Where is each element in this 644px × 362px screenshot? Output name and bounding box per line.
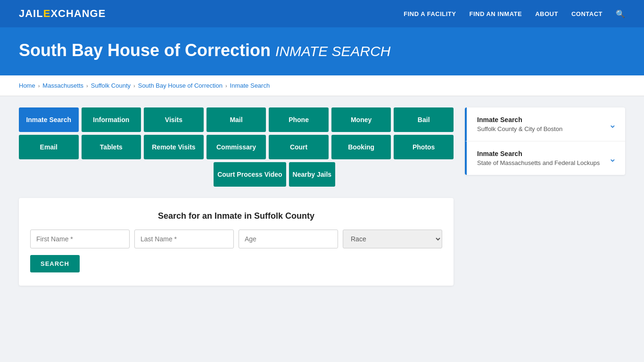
facility-name: South Bay House of Correction	[19, 41, 271, 60]
age-input[interactable]	[239, 230, 338, 248]
main-content: Inmate Search Information Visits Mail Ph…	[0, 96, 644, 297]
btn-booking[interactable]: Booking	[331, 135, 391, 159]
btn-court[interactable]: Court	[269, 135, 329, 159]
sidebar-state-title: Inmate Search	[477, 150, 600, 157]
btn-mail[interactable]: Mail	[206, 107, 266, 132]
breadcrumb-home[interactable]: Home	[19, 82, 35, 89]
btn-remote-visits[interactable]: Remote Visits	[144, 135, 204, 159]
breadcrumb: Home › Massachusetts › Suffolk County › …	[0, 75, 644, 96]
logo[interactable]: JAILEXCHANGE	[19, 8, 106, 20]
search-title: Search for an Inmate in Suffolk County	[30, 211, 442, 221]
breadcrumb-current: Inmate Search	[230, 82, 270, 89]
btn-information[interactable]: Information	[82, 107, 141, 132]
btn-tablets[interactable]: Tablets	[82, 135, 141, 159]
btn-inmate-search[interactable]: Inmate Search	[19, 107, 79, 132]
search-button[interactable]: SEARCH	[30, 255, 80, 272]
sidebar-suffolk-subtitle: Suffolk County & City of Boston	[477, 125, 562, 132]
btn-nearby-jails[interactable]: Nearby Jails	[289, 162, 336, 187]
sidebar-card: Inmate Search Suffolk County & City of B…	[465, 107, 625, 175]
search-inputs: Race White Black Hispanic Asian Other	[30, 230, 442, 248]
sidebar-item-suffolk[interactable]: Inmate Search Suffolk County & City of B…	[465, 107, 625, 141]
breadcrumb-chevron-3: ›	[133, 83, 135, 89]
btn-visits[interactable]: Visits	[144, 107, 204, 132]
btn-money[interactable]: Money	[331, 107, 391, 132]
search-box: Search for an Inmate in Suffolk County R…	[19, 198, 454, 286]
first-name-input[interactable]	[30, 230, 130, 248]
hero-section: South Bay House of Correction INMATE SEA…	[0, 27, 644, 75]
nav-find-inmate[interactable]: FIND AN INMATE	[469, 10, 522, 17]
breadcrumb-facility[interactable]: South Bay House of Correction	[138, 82, 223, 89]
breadcrumb-state[interactable]: Massachusetts	[42, 82, 83, 89]
sidebar-item-suffolk-text: Inmate Search Suffolk County & City of B…	[477, 116, 562, 132]
btn-phone[interactable]: Phone	[269, 107, 329, 132]
btn-court-process-video[interactable]: Court Process Video	[214, 162, 286, 187]
sidebar-item-state[interactable]: Inmate Search State of Massachusetts and…	[465, 141, 625, 175]
sidebar-state-subtitle: State of Massachusetts and Federal Locku…	[477, 159, 600, 166]
btn-bail[interactable]: Bail	[394, 107, 454, 132]
main-nav: FIND A FACILITY FIND AN INMATE ABOUT CON…	[404, 9, 625, 18]
breadcrumb-chevron-1: ›	[38, 83, 40, 89]
left-column: Inmate Search Information Visits Mail Ph…	[19, 107, 454, 286]
last-name-input[interactable]	[134, 230, 234, 248]
btn-commissary[interactable]: Commissary	[206, 135, 266, 159]
sidebar-item-state-text: Inmate Search State of Massachusetts and…	[477, 150, 600, 166]
breadcrumb-county[interactable]: Suffolk County	[91, 82, 131, 89]
nav-button-row3: Court Process Video Nearby Jails	[19, 162, 454, 187]
nav-contact[interactable]: CONTACT	[571, 10, 603, 17]
btn-email[interactable]: Email	[19, 135, 79, 159]
nav-button-row1: Inmate Search Information Visits Mail Ph…	[19, 107, 454, 132]
page-title: South Bay House of Correction INMATE SEA…	[19, 41, 625, 60]
site-header: JAILEXCHANGE FIND A FACILITY FIND AN INM…	[0, 0, 644, 27]
search-icon[interactable]: 🔍	[616, 9, 625, 18]
page-subtitle: INMATE SEARCH	[275, 43, 390, 59]
sidebar-chevron-suffolk: ⌄	[609, 119, 617, 130]
nav-button-row2: Email Tablets Remote Visits Commissary C…	[19, 135, 454, 159]
nav-find-facility[interactable]: FIND A FACILITY	[404, 10, 456, 17]
sidebar-chevron-state: ⌄	[609, 153, 617, 164]
right-sidebar: Inmate Search Suffolk County & City of B…	[465, 107, 625, 175]
breadcrumb-chevron-4: ›	[225, 83, 227, 89]
btn-photos[interactable]: Photos	[394, 135, 454, 159]
breadcrumb-chevron-2: ›	[86, 83, 88, 89]
sidebar-suffolk-title: Inmate Search	[477, 116, 562, 123]
race-select[interactable]: Race White Black Hispanic Asian Other	[343, 230, 442, 248]
nav-about[interactable]: ABOUT	[535, 10, 558, 17]
